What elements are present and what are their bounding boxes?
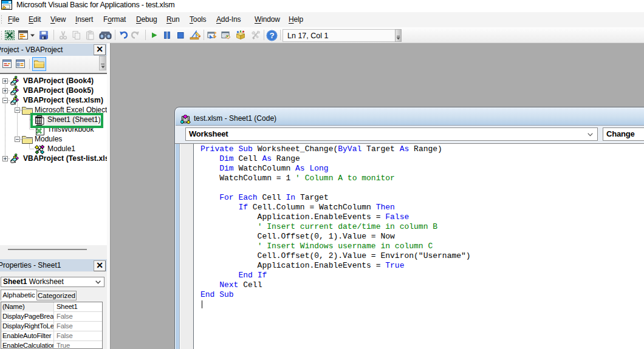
svg-text:?: ? <box>269 31 274 40</box>
